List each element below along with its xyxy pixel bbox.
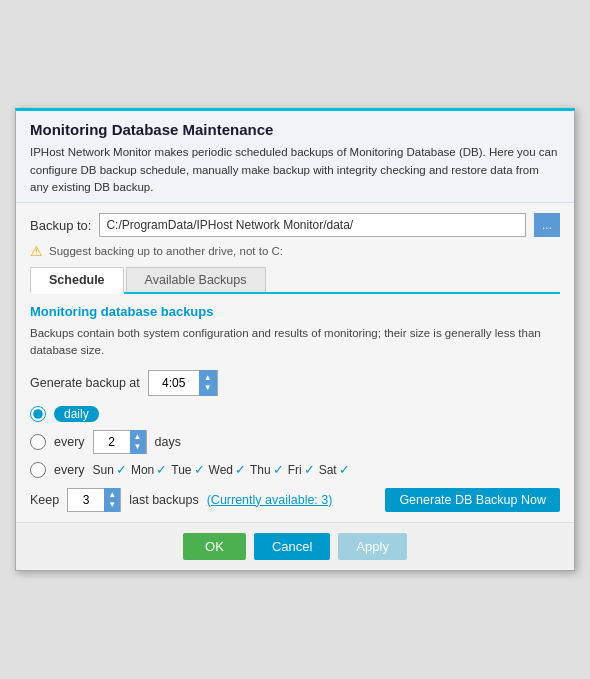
time-up-arrow[interactable]: ▲ bbox=[204, 373, 212, 383]
browse-button[interactable]: ... bbox=[534, 213, 560, 237]
monitoring-dialog: Monitoring Database Maintenance IPHost N… bbox=[15, 108, 575, 570]
keep-down-arrow[interactable]: ▼ bbox=[108, 500, 116, 510]
days-input[interactable] bbox=[94, 431, 130, 453]
weekday-sun: Sun ✓ bbox=[93, 462, 127, 477]
dialog-header: Monitoring Database Maintenance IPHost N… bbox=[16, 111, 574, 203]
warning-text: Suggest backing up to another drive, not… bbox=[49, 245, 283, 257]
backup-path-input[interactable] bbox=[99, 213, 526, 237]
days-down-arrow[interactable]: ▼ bbox=[134, 442, 142, 452]
generate-at-row: Generate backup at ▲ ▼ bbox=[30, 370, 560, 396]
keep-spinner[interactable]: ▲ ▼ bbox=[67, 488, 121, 512]
daily-badge: daily bbox=[54, 406, 99, 422]
weekday-mon-label: Mon bbox=[131, 463, 154, 477]
weekday-wed: Wed ✓ bbox=[209, 462, 246, 477]
weekday-mon-check: ✓ bbox=[156, 462, 167, 477]
weekday-fri-check: ✓ bbox=[304, 462, 315, 477]
dialog-title: Monitoring Database Maintenance bbox=[30, 121, 560, 138]
last-backups-label: last backups bbox=[129, 493, 198, 507]
backup-to-label: Backup to: bbox=[30, 218, 91, 233]
warning-icon: ⚠ bbox=[30, 243, 43, 259]
weekday-thu-check: ✓ bbox=[273, 462, 284, 477]
weekday-mon: Mon ✓ bbox=[131, 462, 167, 477]
keep-label: Keep bbox=[30, 493, 59, 507]
ok-button[interactable]: OK bbox=[183, 533, 246, 560]
weekday-fri-label: Fri bbox=[288, 463, 302, 477]
time-input[interactable] bbox=[149, 371, 199, 395]
days-up-arrow[interactable]: ▲ bbox=[134, 432, 142, 442]
days-spinner[interactable]: ▲ ▼ bbox=[93, 430, 147, 454]
keep-input[interactable] bbox=[68, 489, 104, 511]
weekday-sat: Sat ✓ bbox=[319, 462, 350, 477]
warning-row: ⚠ Suggest backing up to another drive, n… bbox=[30, 243, 560, 259]
dialog-body: Backup to: ... ⚠ Suggest backing up to a… bbox=[16, 203, 574, 522]
tab-available-backups[interactable]: Available Backups bbox=[126, 267, 266, 292]
every-weekday-radio[interactable] bbox=[30, 462, 46, 478]
backup-to-row: Backup to: ... bbox=[30, 213, 560, 237]
days-text: days bbox=[155, 435, 181, 449]
tab-schedule[interactable]: Schedule bbox=[30, 267, 124, 294]
generate-backup-button[interactable]: Generate DB Backup Now bbox=[385, 488, 560, 512]
weekday-tue-check: ✓ bbox=[194, 462, 205, 477]
weekday-wed-check: ✓ bbox=[235, 462, 246, 477]
available-backups-link[interactable]: (Currently available: 3) bbox=[207, 493, 333, 507]
time-spinner-arrows[interactable]: ▲ ▼ bbox=[199, 370, 217, 396]
keep-up-arrow[interactable]: ▲ bbox=[108, 490, 116, 500]
every-days-label: every bbox=[54, 435, 85, 449]
keep-row: Keep ▲ ▼ last backups (Currently availab… bbox=[30, 488, 560, 512]
every-days-radio[interactable] bbox=[30, 434, 46, 450]
weekday-wed-label: Wed bbox=[209, 463, 233, 477]
daily-radio-row: daily bbox=[30, 406, 560, 422]
weekday-tue-label: Tue bbox=[171, 463, 191, 477]
keep-spinner-arrows[interactable]: ▲ ▼ bbox=[104, 488, 120, 512]
section-title: Monitoring database backups bbox=[30, 304, 560, 319]
weekday-sat-check: ✓ bbox=[339, 462, 350, 477]
weekday-fri: Fri ✓ bbox=[288, 462, 315, 477]
weekday-sun-label: Sun bbox=[93, 463, 114, 477]
generate-at-label: Generate backup at bbox=[30, 376, 140, 390]
every-days-radio-row: every ▲ ▼ days bbox=[30, 430, 560, 454]
apply-button[interactable]: Apply bbox=[338, 533, 407, 560]
weekdays-row: Sun ✓ Mon ✓ Tue ✓ Wed ✓ Thu ✓ bbox=[93, 462, 350, 477]
time-spinner[interactable]: ▲ ▼ bbox=[148, 370, 218, 396]
weekday-tue: Tue ✓ bbox=[171, 462, 204, 477]
daily-radio[interactable] bbox=[30, 406, 46, 422]
tabs-container: Schedule Available Backups bbox=[30, 267, 560, 294]
section-desc: Backups contain both system configuratio… bbox=[30, 325, 560, 360]
days-spinner-arrows[interactable]: ▲ ▼ bbox=[130, 430, 146, 454]
weekday-sun-check: ✓ bbox=[116, 462, 127, 477]
dialog-footer: OK Cancel Apply bbox=[16, 522, 574, 570]
weekday-thu-label: Thu bbox=[250, 463, 271, 477]
dialog-desc: IPHost Network Monitor makes periodic sc… bbox=[30, 144, 560, 196]
cancel-button[interactable]: Cancel bbox=[254, 533, 330, 560]
time-down-arrow[interactable]: ▼ bbox=[204, 383, 212, 393]
weekday-thu: Thu ✓ bbox=[250, 462, 284, 477]
weekday-sat-label: Sat bbox=[319, 463, 337, 477]
every-weekday-radio-row: every Sun ✓ Mon ✓ Tue ✓ Wed ✓ bbox=[30, 462, 560, 478]
every-weekday-label: every bbox=[54, 463, 85, 477]
